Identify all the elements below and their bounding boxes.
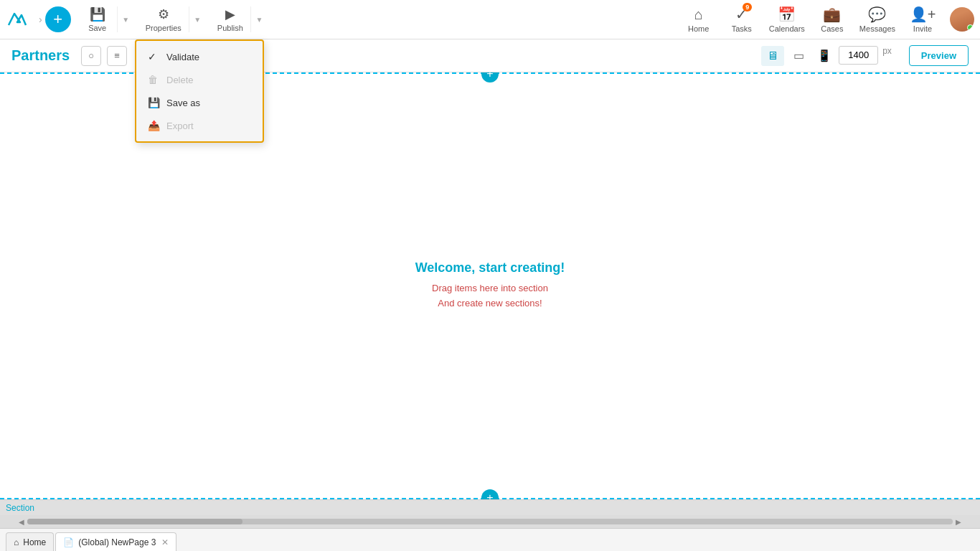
- tablet-icon: ▭: [793, 49, 804, 62]
- gear-icon: ⚙: [158, 6, 169, 22]
- page-tab-icon: 📄: [63, 537, 74, 547]
- save-as-icon: 💾: [148, 97, 159, 108]
- tablet-view-button[interactable]: ▭: [787, 46, 810, 66]
- export-label: Export: [166, 121, 194, 131]
- breadcrumb-arrow[interactable]: ›: [36, 14, 45, 25]
- welcome-title: Welcome, start creating!: [415, 260, 565, 276]
- delete-menu-item[interactable]: 🗑 Delete: [136, 68, 263, 91]
- checkmark-icon: ✓: [148, 51, 159, 62]
- publish-group: ▶ Publish ▼: [212, 4, 268, 35]
- calendars-label: Calendars: [769, 24, 805, 33]
- publish-label: Publish: [217, 24, 243, 32]
- desktop-view-button[interactable]: 🖥: [761, 46, 784, 66]
- page-menu-button[interactable]: ≡: [107, 46, 127, 66]
- menu-icon: ≡: [114, 50, 120, 61]
- home-tab-label: Home: [23, 537, 46, 547]
- width-input[interactable]: 1400: [839, 46, 878, 65]
- welcome-sub1: Drag items here into section: [432, 283, 548, 293]
- page-title: Partners: [11, 47, 70, 64]
- properties-group: ⚙ Properties ▼: [140, 4, 206, 35]
- delete-icon: 🗑: [148, 74, 159, 85]
- mobile-icon: 📱: [817, 49, 831, 62]
- welcome-subtitle: Drag items here into section And create …: [432, 281, 548, 311]
- page-tab[interactable]: 📄 (Global) NewPage 3 ✕: [55, 532, 176, 551]
- home-nav[interactable]: ⌂ Home: [683, 6, 715, 33]
- viewport-buttons: 🖥 ▭ 📱 1400 px: [761, 46, 892, 66]
- home-tab-icon: ⌂: [14, 537, 19, 547]
- save-dropdown-menu: ✓ Validate 🗑 Delete 💾 Save as 📤 Export: [135, 39, 264, 143]
- scrollbar-area: ◀ ▶: [0, 515, 980, 528]
- publish-icon: ▶: [225, 6, 235, 22]
- properties-dropdown-toggle[interactable]: ▼: [189, 6, 206, 32]
- tasks-label: Tasks: [732, 24, 752, 33]
- scroll-right-arrow[interactable]: ▶: [953, 516, 964, 527]
- top-toolbar: › + 💾 Save ▼ ⚙ Properties ▼ ▶ Publish ▼ …: [0, 0, 980, 39]
- invite-label: Invite: [913, 24, 932, 33]
- home-label: Home: [688, 24, 709, 33]
- messages-nav[interactable]: 💬 Messages: [859, 6, 895, 33]
- cases-label: Cases: [821, 24, 843, 33]
- toolbar-right: ⌂ Home ✓ 9 Tasks 📅 Calendars 💼 Cases 💬 M…: [683, 6, 974, 33]
- home-icon: ⌂: [694, 6, 703, 23]
- tasks-badge: 9: [743, 3, 752, 11]
- desktop-icon: 🖥: [767, 50, 778, 62]
- tab-bar: ⌂ Home 📄 (Global) NewPage 3 ✕: [0, 528, 980, 551]
- properties-label: Properties: [146, 24, 182, 32]
- tasks-badge-wrap: ✓ 9: [735, 6, 748, 23]
- toolbar-logo: [6, 8, 29, 31]
- tasks-nav[interactable]: ✓ 9 Tasks: [726, 6, 758, 33]
- validate-menu-item[interactable]: ✓ Validate: [136, 45, 263, 68]
- scroll-left-arrow[interactable]: ◀: [16, 516, 27, 527]
- user-avatar[interactable]: [950, 7, 974, 32]
- messages-icon: 💬: [868, 6, 886, 23]
- preview-button[interactable]: Preview: [909, 45, 969, 66]
- preview-label: Preview: [921, 50, 956, 61]
- add-button[interactable]: +: [45, 6, 71, 32]
- export-icon: 📤: [148, 120, 159, 131]
- scrollbar-track[interactable]: [27, 519, 953, 524]
- save-button[interactable]: 💾 Save: [80, 4, 116, 35]
- save-label: Save: [88, 24, 106, 32]
- page-tab-label: (Global) NewPage 3: [78, 537, 156, 547]
- online-indicator: [967, 24, 974, 31]
- welcome-sub2: And create new sections!: [438, 298, 542, 309]
- save-group: 💾 Save ▼: [80, 4, 134, 35]
- save-as-label: Save as: [166, 98, 200, 108]
- invite-nav[interactable]: 👤+ Invite: [907, 6, 938, 33]
- save-icon: 💾: [90, 6, 105, 22]
- properties-button[interactable]: ⚙ Properties: [140, 4, 187, 35]
- publish-button[interactable]: ▶ Publish: [212, 4, 249, 35]
- section-label: Section: [6, 503, 34, 513]
- home-tab[interactable]: ⌂ Home: [6, 532, 54, 551]
- scrollbar-thumb[interactable]: [27, 519, 242, 524]
- calendars-nav[interactable]: 📅 Calendars: [769, 6, 805, 33]
- width-unit: px: [882, 46, 892, 66]
- publish-dropdown-toggle[interactable]: ▼: [250, 6, 268, 32]
- export-menu-item[interactable]: 📤 Export: [136, 114, 263, 137]
- invite-icon: 👤+: [910, 6, 936, 23]
- delete-label: Delete: [166, 75, 194, 85]
- cases-nav[interactable]: 💼 Cases: [816, 6, 848, 33]
- circle-icon: ○: [88, 50, 94, 61]
- page-tab-close[interactable]: ✕: [161, 537, 169, 547]
- validate-label: Validate: [166, 52, 199, 62]
- section-bar: Section: [0, 499, 980, 515]
- app-logo-icon: [6, 8, 29, 31]
- plus-icon: +: [53, 10, 62, 29]
- mobile-view-button[interactable]: 📱: [813, 46, 836, 66]
- calendar-icon: 📅: [778, 6, 796, 23]
- messages-label: Messages: [859, 24, 895, 33]
- cases-icon: 💼: [823, 6, 841, 23]
- page-circle-button[interactable]: ○: [81, 46, 101, 66]
- save-dropdown-toggle[interactable]: ▼: [117, 6, 134, 32]
- save-as-menu-item[interactable]: 💾 Save as: [136, 91, 263, 114]
